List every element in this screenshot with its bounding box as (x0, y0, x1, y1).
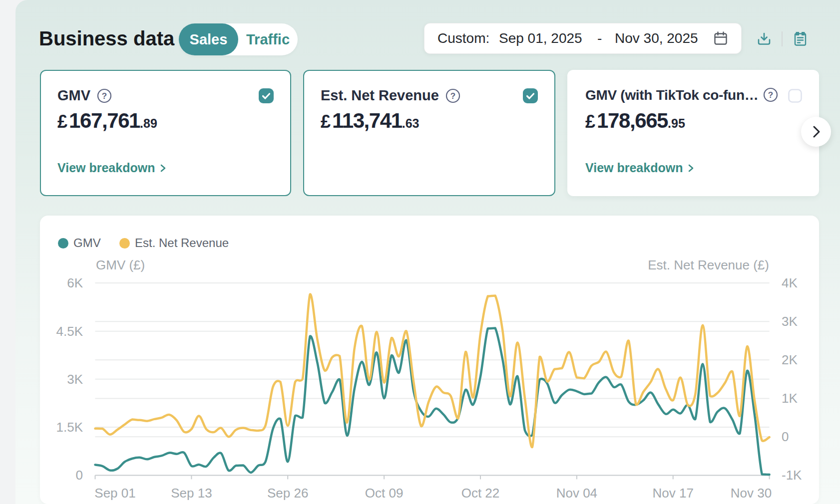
svg-text:Est. Net Revenue (£): Est. Net Revenue (£) (648, 257, 769, 272)
svg-text:3K: 3K (782, 314, 798, 329)
svg-text:4K: 4K (782, 275, 798, 290)
svg-text:-1K: -1K (782, 468, 802, 483)
svg-text:Nov 17: Nov 17 (653, 486, 694, 501)
svg-text:1K: 1K (782, 391, 798, 406)
svg-text:?: ? (768, 90, 773, 100)
svg-text:0: 0 (782, 429, 789, 444)
svg-text:Sep 01: Sep 01 (94, 486, 135, 501)
svg-text:Sep 13: Sep 13 (171, 486, 212, 501)
svg-text:Oct 09: Oct 09 (365, 486, 404, 501)
svg-text:GMV (£): GMV (£) (96, 257, 145, 272)
svg-text:?: ? (450, 91, 455, 100)
svg-text:?: ? (102, 91, 107, 100)
svg-text:2K: 2K (782, 352, 798, 367)
svg-text:0: 0 (76, 468, 83, 483)
svg-text:Oct 22: Oct 22 (461, 486, 500, 501)
svg-text:Nov 30: Nov 30 (731, 486, 772, 501)
svg-text:Sep 26: Sep 26 (267, 486, 308, 501)
svg-text:3K: 3K (67, 372, 83, 387)
svg-text:4.5K: 4.5K (56, 324, 83, 339)
svg-text:6K: 6K (67, 275, 83, 290)
svg-text:Nov 04: Nov 04 (556, 486, 597, 501)
svg-text:1.5K: 1.5K (56, 420, 83, 435)
